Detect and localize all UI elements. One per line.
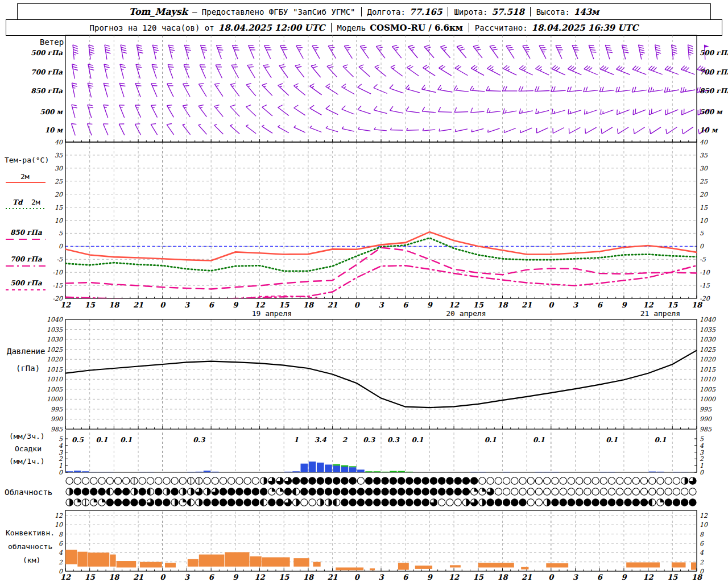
wind-level-label-left: 10 м bbox=[45, 126, 64, 134]
cloud-symbol bbox=[123, 477, 130, 484]
wind-level-label-right: 10 м bbox=[700, 126, 718, 134]
wind-barb bbox=[168, 65, 173, 78]
cloud-fill bbox=[106, 499, 113, 506]
cloud-symbol bbox=[665, 488, 672, 495]
cloud-fill bbox=[470, 477, 477, 484]
wind-barb bbox=[201, 45, 208, 59]
time-tick-label-bottom: 9 bbox=[427, 573, 433, 581]
barb-staff bbox=[406, 111, 420, 113]
cloud-fill bbox=[357, 488, 364, 495]
wind-barb bbox=[73, 45, 78, 60]
wind-barb bbox=[536, 65, 549, 75]
wind-barb bbox=[358, 106, 371, 114]
wind-barb bbox=[456, 129, 468, 132]
time-tick-label-bottom: 3 bbox=[378, 573, 384, 581]
barb-feather bbox=[72, 105, 77, 106]
precip-panel-title: Осадки bbox=[15, 444, 42, 453]
time-tick-label-bottom: 9 bbox=[621, 573, 627, 581]
wind-barb bbox=[616, 87, 631, 92]
cloud-fill bbox=[284, 488, 291, 495]
barb-feather bbox=[152, 45, 158, 46]
cloud-fill bbox=[341, 499, 348, 506]
cloud-symbol bbox=[624, 488, 631, 495]
barb-half-feather bbox=[198, 124, 201, 125]
barb-feather bbox=[202, 49, 207, 50]
rain-bar bbox=[106, 472, 114, 472]
wind-barb bbox=[408, 45, 418, 58]
barb-feather bbox=[105, 45, 110, 47]
temp-tick-right: -10 bbox=[700, 269, 710, 276]
pressure-panel-title: Давление bbox=[7, 347, 45, 356]
snow-bar bbox=[349, 466, 357, 467]
cloud-symbol bbox=[82, 477, 89, 484]
barb-feather bbox=[457, 45, 462, 47]
cloud-fill bbox=[390, 499, 396, 506]
wind-barb bbox=[506, 45, 514, 59]
cloud-fill bbox=[74, 488, 81, 495]
snow-bar bbox=[406, 472, 413, 472]
barb-feather bbox=[524, 47, 529, 48]
wind-barb bbox=[424, 45, 434, 58]
barb-half-feather bbox=[374, 127, 375, 130]
barb-staff bbox=[246, 107, 257, 117]
time-tick-label: 3 bbox=[573, 301, 578, 309]
cloud-fill bbox=[406, 499, 413, 506]
barb-feather bbox=[688, 47, 693, 49]
wind-barb bbox=[407, 128, 419, 130]
wind-barb bbox=[374, 127, 387, 131]
cloud-symbol bbox=[592, 488, 599, 495]
barb-feather bbox=[458, 47, 464, 48]
barb-half-feather bbox=[296, 86, 298, 88]
barb-feather bbox=[73, 45, 77, 47]
cloud-fill bbox=[114, 488, 121, 495]
barb-staff bbox=[278, 107, 289, 115]
barb-feather bbox=[120, 64, 125, 65]
cloud-symbol bbox=[617, 488, 623, 495]
convective-cloud-bar bbox=[188, 559, 198, 567]
barb-feather bbox=[505, 86, 507, 91]
wind-barb bbox=[310, 126, 322, 132]
barb-feather bbox=[606, 47, 611, 48]
cloud-symbol bbox=[632, 477, 639, 484]
cloud-symbol bbox=[617, 477, 623, 484]
legend-td-prefix: Td bbox=[13, 198, 22, 206]
wind-barb bbox=[326, 106, 338, 115]
barb-feather bbox=[391, 65, 395, 67]
barb-feather bbox=[88, 105, 93, 105]
wind-barb bbox=[246, 84, 256, 96]
cloud-fill bbox=[82, 488, 89, 495]
barb-feather bbox=[262, 105, 267, 107]
barb-feather bbox=[233, 48, 238, 48]
wind-barb bbox=[572, 45, 579, 59]
cloud-fill bbox=[430, 477, 437, 484]
time-tick-label-bottom: 0 bbox=[160, 573, 166, 581]
barb-staff bbox=[375, 67, 386, 76]
barb-feather bbox=[605, 68, 609, 71]
barb-feather bbox=[136, 64, 141, 65]
barb-feather bbox=[554, 66, 558, 70]
cloud-symbol bbox=[608, 477, 615, 484]
barb-feather bbox=[344, 45, 349, 46]
rain-bar bbox=[187, 472, 195, 472]
time-tick-label-bottom: 15 bbox=[473, 573, 484, 581]
cloud-symbol bbox=[640, 477, 647, 484]
cloud-symbol bbox=[600, 477, 607, 484]
pressure-tick-left: 1020 bbox=[47, 356, 63, 363]
barb-half-feather bbox=[440, 88, 442, 90]
wind-barb bbox=[488, 128, 500, 132]
barb-staff bbox=[310, 86, 322, 95]
barb-staff bbox=[618, 127, 629, 134]
cloud-fill bbox=[187, 499, 191, 506]
cloud-fill bbox=[207, 488, 210, 495]
barb-staff bbox=[553, 128, 564, 134]
barb-feather bbox=[342, 84, 346, 87]
time-tick-label-bottom: 0 bbox=[354, 573, 361, 581]
meteogram-page: Tom_Maysk — Предоставлено ФГБУ "ЗапСиб У… bbox=[0, 0, 728, 582]
barb-staff bbox=[407, 130, 419, 131]
barb-feather bbox=[136, 45, 142, 46]
barb-feather bbox=[217, 48, 222, 48]
barb-feather bbox=[280, 66, 286, 68]
cloud-fill bbox=[325, 488, 332, 495]
time-tick-label: 18 bbox=[692, 301, 703, 309]
barb-staff bbox=[617, 110, 630, 115]
